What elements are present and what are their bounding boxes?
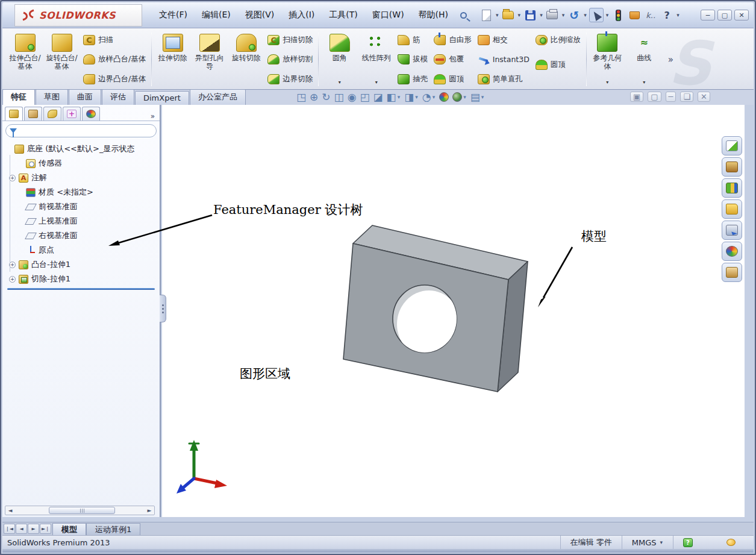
tree-item-right-plane[interactable]: 右视基准面 [5,228,160,243]
design-library-icon[interactable] [722,157,742,177]
revolved-cut-button[interactable]: 旋转切除 [228,31,264,88]
menu-edit[interactable]: 编辑(E) [196,7,237,23]
dome2-button[interactable]: 圆顶 [533,59,583,71]
tab-model[interactable]: 模型 [52,523,86,535]
fillet-dropdown-icon[interactable]: ▾ [339,78,341,88]
featuremanager-tab-icon[interactable] [5,107,23,121]
tab-dimxpert[interactable]: DimXpert [135,91,189,105]
dimxpertmanager-tab-icon[interactable]: + [63,107,81,121]
zoom-in-icon[interactable]: ◉ [348,91,357,103]
linear-pattern-button[interactable]: 线性阵列 ▾ [358,31,394,88]
doc-cascade-icon[interactable]: ▢ [648,92,661,102]
undo-dropdown-icon[interactable]: ▾ [584,12,587,18]
scrollbar-thumb[interactable] [49,507,115,514]
rotate-view-icon[interactable]: ↻ [322,91,330,103]
loft-button[interactable]: 放样凸台/基体 [81,54,148,65]
boundary-cut-button[interactable]: 边界切除 [265,74,315,85]
propertymanager-tab-icon[interactable] [24,107,42,121]
menu-help[interactable]: 帮助(H) [413,7,454,23]
scroll-left-icon[interactable]: ◄ [5,506,15,515]
custom-properties-icon[interactable] [722,263,742,282]
file-properties-icon[interactable] [627,8,642,22]
quick-tools-icon[interactable]: k.. [643,8,658,22]
tree-item-boss-extrude1[interactable]: + 凸台-拉伸1 [5,257,160,272]
tree-filter-input[interactable] [5,124,157,137]
new-dropdown-icon[interactable]: ▾ [496,12,499,18]
configurationmanager-tab-icon[interactable] [43,107,61,121]
view-orientation-icon[interactable]: ◧▾ [387,91,401,103]
pan-icon[interactable]: ⊕ [310,91,318,103]
simple-hole-button[interactable]: 简单直孔 [475,74,532,85]
prev-tab-icon[interactable]: ◄ [16,524,27,534]
tab-office-products[interactable]: 办公室产品 [190,89,246,105]
view-palette-icon[interactable] [722,221,742,240]
help-dropdown-icon[interactable]: ▾ [676,12,679,18]
view-selector-icon[interactable]: ◪ [373,91,383,103]
panel-splitter-handle[interactable] [160,295,166,322]
zoom-area-icon[interactable]: ◰ [360,91,369,103]
view-settings-icon[interactable]: ▤▾ [470,91,485,103]
reference-geometry-button[interactable]: 参考几何体 ▾ [590,31,625,88]
linear-pattern-dropdown-icon[interactable]: ▾ [375,78,378,88]
dome-button[interactable]: 圆顶 [431,74,474,85]
restore-icon[interactable]: ▢ [717,10,732,20]
menu-window[interactable]: 窗口(W) [366,7,410,23]
tree-item-annotations[interactable]: + A 注解 [5,171,160,185]
open-dropdown-icon[interactable]: ▾ [518,12,521,18]
tree-item-front-plane[interactable]: 前视基准面 [5,199,160,214]
select-dropdown-icon[interactable]: ▾ [606,12,609,18]
freeform-button[interactable]: 自由形 [431,34,474,46]
new-document-icon[interactable] [479,8,493,22]
minimize-icon[interactable]: ─ [701,10,715,20]
curves-button[interactable]: 曲线 ▾ [626,31,662,88]
displaymanager-tab-icon[interactable] [82,107,100,121]
doc-close-icon[interactable]: ✕ [698,92,710,102]
apply-scene-icon[interactable]: ▾ [452,92,467,102]
tree-item-origin[interactable]: 原点 [5,243,160,257]
reference-geometry-dropdown-icon[interactable]: ▾ [606,78,608,88]
print-dropdown-icon[interactable]: ▾ [562,12,565,18]
expand-icon[interactable]: + [9,276,16,283]
doc-minimize-icon[interactable]: ─ [666,92,676,102]
draft-button[interactable]: 拔模 [395,54,430,65]
save-dropdown-icon[interactable]: ▾ [540,12,543,18]
undo-icon[interactable]: ↺ [567,8,581,22]
close-icon[interactable]: ✕ [734,10,749,20]
revolve-boss-button[interactable]: 旋转凸台/基体 [44,31,80,88]
boundary-boss-button[interactable]: 边界凸台/基体 [81,74,148,85]
edit-appearance-icon[interactable] [439,92,449,102]
fillet-button[interactable]: 圆角 ▾ [322,31,357,88]
intersect-button[interactable]: 相交 [475,34,532,46]
rib-button[interactable]: 筋 [395,34,430,46]
sweep-button[interactable]: 扫描 [81,34,148,46]
section-view-icon[interactable]: ◫ [334,91,344,103]
tab-motion-study[interactable]: 运动算例1 [86,523,140,535]
tab-evaluate[interactable]: 评估 [102,89,134,105]
status-units-selector[interactable]: MMGS▾ [622,536,673,549]
save-icon[interactable] [523,8,537,22]
tree-root[interactable]: 底座 (默认<<默认>_显示状态 [5,142,160,156]
instant3d-button[interactable]: Instant3D [475,54,532,65]
menu-insert[interactable]: 插入(I) [283,7,320,23]
display-style-icon[interactable]: ◨▾ [404,91,419,103]
first-tab-icon[interactable]: ❘◄ [4,524,15,534]
search-icon[interactable] [460,12,467,19]
curves-dropdown-icon[interactable]: ▾ [643,78,645,88]
menu-tools[interactable]: 工具(T) [323,7,363,23]
doc-tile-icon[interactable]: ▣ [630,92,643,102]
tree-item-sensors[interactable]: 传感器 [5,156,160,171]
lofted-cut-button[interactable]: 放样切割 [265,54,315,65]
menu-view[interactable]: 视图(V) [239,7,281,23]
tab-features[interactable]: 特征 [2,89,35,105]
tab-surfaces[interactable]: 曲面 [69,89,101,105]
tab-sketch[interactable]: 草图 [36,89,68,105]
doc-restore-icon[interactable]: ❏ [680,92,693,102]
solidworks-resources-icon[interactable] [722,136,742,155]
scale-button[interactable]: 比例缩放 [533,34,583,46]
next-tab-icon[interactable]: ► [28,524,39,534]
rebuild-traffic-light-icon[interactable] [611,8,625,22]
wrap-button[interactable]: 包覆 [431,54,474,65]
file-explorer-icon[interactable] [722,199,742,219]
menu-file[interactable]: 文件(F) [153,7,193,23]
tree-item-top-plane[interactable]: 上视基准面 [5,214,160,228]
